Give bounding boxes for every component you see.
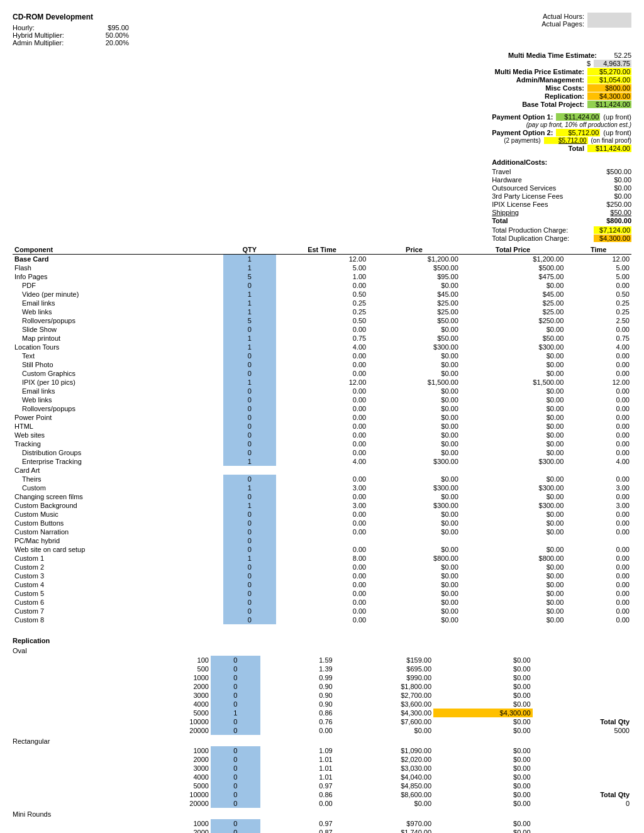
rep-blue-qty[interactable]: 0	[211, 781, 260, 790]
component-qty[interactable]: 0	[223, 475, 276, 483]
component-total: $0.00	[460, 527, 565, 536]
component-name: PC/Mac hybrid	[13, 536, 223, 545]
admin-mgmt-label: Admin/Management:	[516, 76, 584, 84]
component-qty[interactable]: 0	[223, 527, 276, 536]
component-qty[interactable]: 1	[223, 334, 276, 343]
table-row: Base Card112.00$1,200.00$1,200.0012.00	[13, 255, 631, 264]
rep-time	[533, 709, 631, 717]
component-qty[interactable]: 1	[223, 343, 276, 351]
rep-qty: 3000	[13, 691, 211, 700]
component-qty[interactable]: 0	[223, 431, 276, 439]
component-qty[interactable]: 0	[223, 395, 276, 404]
total-value: $11,424.00	[587, 145, 631, 152]
component-qty[interactable]: 1	[223, 378, 276, 387]
component-qty[interactable]: 0	[223, 448, 276, 457]
rep-price: $990.00	[335, 673, 433, 682]
rep-val: 0.00	[260, 726, 335, 735]
component-qty[interactable]: 0	[223, 615, 276, 624]
component-price: $300.00	[368, 483, 460, 492]
component-qty[interactable]: 0	[223, 422, 276, 431]
component-time: 12.00	[565, 255, 631, 264]
table-row: Tracking00.00$0.00$0.000.00	[13, 439, 631, 448]
component-qty[interactable]: 0	[223, 351, 276, 360]
component-time: 3.00	[565, 501, 631, 510]
component-time: 12.00	[565, 378, 631, 387]
component-est: 0.00	[276, 431, 369, 439]
rep-blue-qty[interactable]: 0	[211, 656, 260, 665]
component-qty[interactable]: 0	[223, 387, 276, 395]
component-qty[interactable]: 5	[223, 272, 276, 281]
component-qty[interactable]: 0	[223, 413, 276, 422]
rep-blue-qty[interactable]: 0	[211, 790, 260, 799]
rep-time	[533, 700, 631, 709]
component-qty[interactable]: 0	[223, 589, 276, 598]
rep-blue-qty[interactable]: 0	[211, 799, 260, 808]
hardware-row: Hardware $0.00	[492, 176, 631, 184]
rep-blue-qty[interactable]: 0	[211, 717, 260, 726]
component-qty[interactable]: 1	[223, 554, 276, 563]
rep-qty: 1000	[13, 673, 211, 682]
rep-qty: 10000	[13, 717, 211, 726]
component-qty[interactable]: 0	[223, 563, 276, 571]
component-name: Custom	[13, 483, 223, 492]
component-total: $0.00	[460, 615, 565, 624]
component-qty[interactable]: 0	[223, 510, 276, 519]
component-qty[interactable]: 0	[223, 519, 276, 527]
rep-blue-qty[interactable]: 0	[211, 665, 260, 673]
rep-time	[533, 764, 631, 773]
component-qty[interactable]: 1	[223, 307, 276, 316]
rep-blue-qty[interactable]: 0	[211, 682, 260, 691]
component-name: Still Photo	[13, 360, 223, 369]
component-qty[interactable]: 0	[223, 545, 276, 554]
rep-blue-qty[interactable]: 0	[211, 726, 260, 735]
component-qty[interactable]: 0	[223, 598, 276, 607]
component-qty[interactable]: 0	[223, 281, 276, 290]
component-qty[interactable]: 0	[223, 325, 276, 334]
rep-blue-qty[interactable]: 0	[211, 764, 260, 773]
component-qty[interactable]: 0	[223, 571, 276, 580]
component-qty[interactable]: 0	[223, 360, 276, 369]
admin-value: 20.00%	[91, 39, 129, 47]
rep-blue-qty[interactable]: 0	[211, 700, 260, 709]
component-price: $0.00	[368, 422, 460, 431]
rep-blue-qty[interactable]: 1	[211, 709, 260, 717]
component-qty[interactable]: 5	[223, 316, 276, 325]
rep-blue-qty[interactable]: 0	[211, 828, 260, 833]
component-qty[interactable]: 0	[223, 580, 276, 589]
component-price: $0.00	[368, 395, 460, 404]
rep-blue-qty[interactable]: 0	[211, 773, 260, 781]
component-time: 0.00	[565, 580, 631, 589]
component-qty[interactable]	[223, 466, 276, 475]
component-time: 5.00	[565, 272, 631, 281]
component-time	[565, 536, 631, 545]
component-qty[interactable]: 0	[223, 492, 276, 501]
component-qty[interactable]: 0	[223, 536, 276, 545]
component-price: $45.00	[368, 290, 460, 299]
rep-blue-qty[interactable]: 0	[211, 746, 260, 755]
component-qty[interactable]: 1	[223, 255, 276, 264]
component-qty[interactable]: 0	[223, 369, 276, 378]
component-qty[interactable]: 1	[223, 483, 276, 492]
rep-blue-qty[interactable]: 0	[211, 673, 260, 682]
component-est: 0.00	[276, 527, 369, 536]
component-qty[interactable]: 1	[223, 501, 276, 510]
rep-blue-qty[interactable]: 0	[211, 691, 260, 700]
prod-charge-label: Total Production Charge:	[492, 226, 568, 234]
rep-time	[533, 656, 631, 665]
rep-qty: 4000	[13, 700, 211, 709]
component-qty[interactable]: 1	[223, 290, 276, 299]
rep-blue-qty[interactable]: 0	[211, 819, 260, 828]
component-qty[interactable]: 1	[223, 457, 276, 466]
component-qty[interactable]: 0	[223, 439, 276, 448]
component-qty[interactable]: 0	[223, 404, 276, 413]
component-total	[460, 466, 565, 475]
table-row: Custom 700.00$0.00$0.000.00	[13, 607, 631, 615]
component-qty[interactable]: 1	[223, 299, 276, 307]
rep-val: 0.86	[260, 709, 335, 717]
payment2-label: Payment Option 2:	[492, 129, 553, 136]
rep-blue-qty[interactable]: 0	[211, 755, 260, 764]
component-name: Theirs	[13, 475, 223, 483]
component-total: $0.00	[460, 607, 565, 615]
component-qty[interactable]: 0	[223, 607, 276, 615]
component-qty[interactable]: 1	[223, 263, 276, 272]
